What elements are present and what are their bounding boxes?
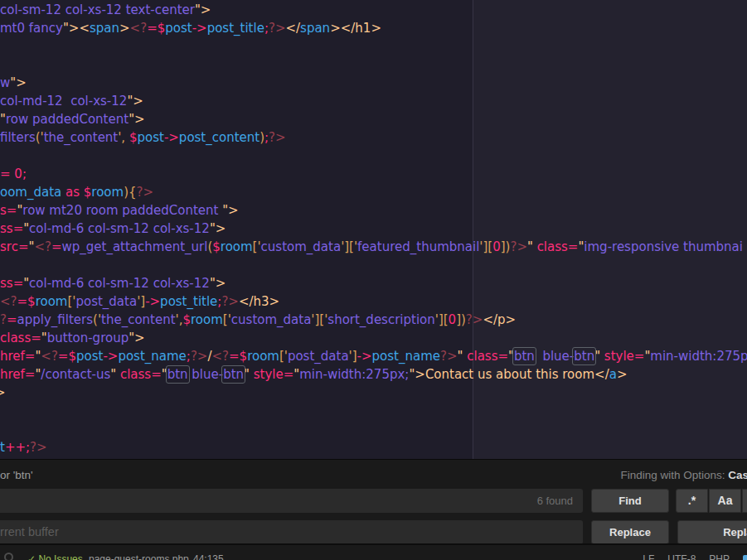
code-token: ?> xyxy=(221,294,239,309)
code-token: ?> xyxy=(440,349,458,364)
find-button[interactable]: Find xyxy=(591,489,669,513)
code-token: button-group xyxy=(47,331,129,345)
code-line: = 0; xyxy=(0,165,27,183)
status-bar-right: LF UTF-8 PHP xyxy=(643,553,747,560)
linter-status[interactable]: ✓ No Issues xyxy=(27,553,83,560)
code-token: $ xyxy=(212,239,221,254)
code-line: <?=$room['post_data']->post_title;?></h3… xyxy=(0,292,279,311)
replace-placeholder: urrent buffer xyxy=(0,520,59,544)
wrap-guide xyxy=(473,0,473,459)
code-token: ?> xyxy=(191,349,208,364)
code-token: ?> xyxy=(137,185,154,200)
code-token: = xyxy=(7,312,17,327)
code-token: > xyxy=(0,385,6,400)
code-token: s= xyxy=(0,203,17,218)
code-token: filters xyxy=(0,130,36,145)
github-icon[interactable] xyxy=(743,555,747,560)
code-token: ?> xyxy=(30,440,47,455)
code-token: post xyxy=(76,349,103,364)
code-line: href="<?=$post->post_name;?>/<?=$room['p… xyxy=(0,347,747,365)
code-token: "> xyxy=(409,367,424,382)
code-token: post xyxy=(165,21,192,36)
replace-all-button[interactable]: Replace All xyxy=(677,520,747,544)
replace-button[interactable]: Replace xyxy=(591,520,669,544)
code-token: ?> xyxy=(466,312,483,327)
find-input[interactable]: 6 found xyxy=(0,489,583,513)
code-line: filters('the_content', $post->post_conte… xyxy=(0,128,286,147)
code-token: <? xyxy=(41,349,58,364)
code-token: ]) xyxy=(501,239,511,254)
code-token: " xyxy=(162,367,167,382)
code-token: ></h1> xyxy=(330,21,381,36)
code-token: short_description xyxy=(327,312,434,327)
find-match-marker: btn xyxy=(574,349,594,364)
check-icon: ✓ xyxy=(27,553,36,560)
code-token: > xyxy=(617,367,628,382)
code-token: "> xyxy=(129,112,144,127)
only-in-selection-toggle-button[interactable] xyxy=(742,489,747,513)
code-token: 0 xyxy=(449,312,457,327)
code-token: " xyxy=(527,239,537,254)
code-token: " xyxy=(244,367,254,382)
code-token: post_content xyxy=(179,130,260,145)
code-line: "row paddedContent"> xyxy=(0,110,145,128)
match-case-toggle-button[interactable]: Aa xyxy=(709,489,741,513)
grammar-selector[interactable]: PHP xyxy=(709,553,730,560)
cursor-position[interactable]: 44:135 xyxy=(193,553,224,560)
line-ending-selector[interactable]: LF xyxy=(643,553,654,560)
code-token: -> xyxy=(357,349,372,364)
code-token: $ xyxy=(84,185,92,200)
find-option-toggles: .* Aa xyxy=(676,489,747,513)
code-token: (' xyxy=(36,130,44,145)
code-token: col-sm-12 col-xs-12 text-center xyxy=(0,2,195,17)
code-token: src= xyxy=(0,239,28,254)
code-token: col-md-6 col-sm-12 col-xs-12 xyxy=(29,276,210,291)
code-token: Contact us about this room xyxy=(425,367,594,382)
use-regex-toggle-button[interactable]: .* xyxy=(676,489,708,513)
code-token: the_content xyxy=(101,312,176,327)
code-token: </p> xyxy=(483,312,516,327)
code-token: [' xyxy=(253,239,261,254)
code-token: oom_data xyxy=(0,185,61,200)
code-token: ">< xyxy=(63,21,90,36)
code-token: ? xyxy=(0,312,7,327)
code-token: =$ xyxy=(17,294,36,309)
find-result-count: 6 found xyxy=(537,489,573,513)
code-token: href= xyxy=(0,349,35,364)
code-token: (' xyxy=(93,312,101,327)
find-match-marker: btn xyxy=(223,367,244,382)
code-token: =$ xyxy=(229,349,247,364)
code-token: -> xyxy=(103,349,118,364)
code-token: " xyxy=(110,367,120,382)
code-line: src="<?=wp_get_attachment_url($room['cus… xyxy=(0,238,743,256)
encoding-selector[interactable]: UTF-8 xyxy=(667,553,696,560)
replace-input[interactable]: urrent buffer xyxy=(0,520,583,544)
wrap-guide-shade xyxy=(473,0,747,459)
code-token: ss= xyxy=(0,221,23,236)
find-results-message: or 'btn' xyxy=(0,469,33,481)
code-token: '][ xyxy=(479,239,492,254)
code-token: wp_get_attachment_url xyxy=(61,239,207,254)
code-line: t++;?> xyxy=(0,438,47,456)
code-token: <? xyxy=(211,349,229,364)
code-line: ?=apply_filters('the_content',$room['cus… xyxy=(0,311,516,329)
code-token: ]) xyxy=(456,312,466,327)
file-name[interactable]: page-guest-rooms.php xyxy=(89,553,189,560)
code-token: "> xyxy=(10,75,26,90)
code-token: style= xyxy=(254,367,294,382)
package-status-icon[interactable] xyxy=(4,553,13,560)
code-token: " xyxy=(508,349,514,364)
code-token: $ xyxy=(182,312,191,327)
code-token: span xyxy=(90,21,119,36)
code-token: 0 xyxy=(492,239,501,254)
atom-editor-window: col-sm-12 col-xs-12 text-center">mt0 fan… xyxy=(0,0,747,560)
code-token: </h3> xyxy=(239,294,279,309)
find-and-replace-panel: or 'btn' Finding with Options: Cas 6 fou… xyxy=(0,459,747,543)
code-token: custom_data xyxy=(261,239,342,254)
code-token: col-md-6 col-sm-12 col-xs-12 xyxy=(29,221,210,236)
code-token: '][' xyxy=(311,312,327,327)
code-editor[interactable]: col-sm-12 col-xs-12 text-center">mt0 fan… xyxy=(0,0,747,459)
code-token: -> xyxy=(164,130,179,145)
code-token: ', xyxy=(118,130,129,145)
code-token: ?> xyxy=(269,130,286,145)
